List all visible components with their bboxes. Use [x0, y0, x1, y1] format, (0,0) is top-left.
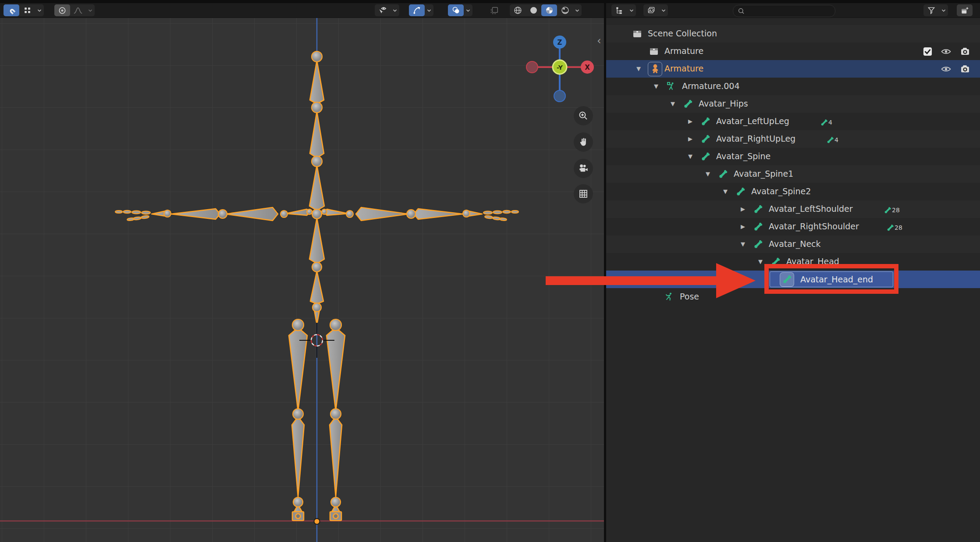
zoom-button[interactable] [574, 106, 593, 125]
filter-button[interactable] [923, 4, 939, 16]
disclosure-down-icon[interactable]: ▼ [666, 100, 679, 107]
proportional-group [54, 4, 95, 16]
outliner-row-avatar-spine1[interactable]: ▼Avatar_Spine1 [606, 165, 980, 183]
armature-data-icon [665, 80, 678, 93]
disclosure-down-icon[interactable]: ▼ [736, 241, 749, 247]
snap-settings-button[interactable] [19, 4, 35, 16]
disclosure-right-icon[interactable]: ▶ [684, 136, 697, 142]
armature-object-icon [648, 62, 662, 76]
object-type-visibility-button[interactable] [375, 4, 391, 16]
outliner-row-avatar-neck[interactable]: ▼Avatar_Neck [606, 235, 980, 253]
outliner-item-label: Avatar_Spine1 [734, 169, 793, 178]
bone-icon [752, 203, 764, 215]
outliner-row-scene-collection[interactable]: Scene Collection [606, 25, 980, 43]
disable-in-renders-toggle[interactable] [959, 63, 972, 75]
object-type-visibility-dropdown[interactable] [391, 4, 399, 16]
outliner-item-label: Avatar_RightUpLeg [716, 134, 795, 143]
disclosure-down-icon[interactable]: ▼ [632, 65, 645, 72]
proportional-falloff-dropdown[interactable] [86, 4, 95, 16]
outliner-item-label: Armature [664, 46, 703, 56]
outliner-row-armature-004[interactable]: ▼Armature.004 [606, 78, 980, 95]
collection-icon [631, 28, 643, 40]
disclosure-down-icon[interactable]: ▼ [701, 171, 714, 177]
outliner-item-label: Avatar_RightShoulder [769, 221, 859, 231]
editor-type-group [611, 4, 636, 16]
bone-icon [752, 238, 764, 250]
bone-icon [752, 221, 764, 233]
disclosure-down-icon[interactable]: ▼ [684, 153, 697, 160]
editor-type-dropdown[interactable] [627, 4, 636, 16]
outliner-item-label: Scene Collection [648, 29, 717, 38]
hide-in-viewport-toggle[interactable] [939, 63, 952, 75]
outliner-row-avatar-hips[interactable]: ▼Avatar_Hips [606, 95, 980, 113]
shading-rendered-button[interactable] [557, 4, 573, 16]
disclosure-down-icon[interactable]: ▼ [719, 188, 732, 195]
outliner-row-avatar-spine[interactable]: ▼Avatar_Spine [606, 148, 980, 165]
outliner-item-label: Pose [680, 292, 699, 301]
editor-type-button[interactable] [611, 4, 627, 16]
pan-button[interactable] [574, 132, 593, 152]
hide-in-viewport-toggle[interactable] [939, 45, 952, 57]
snap-magnet-toggle[interactable] [4, 4, 19, 16]
visibility-group [375, 4, 399, 16]
toggle-xray-button[interactable] [486, 4, 502, 16]
outliner-row-avatar-rightshoulder[interactable]: ▶Avatar_RightShoulder28 [606, 218, 980, 235]
disclosure-right-icon[interactable]: ▶ [736, 223, 749, 230]
outliner-row-avatar-leftshoulder[interactable]: ▶Avatar_LeftShoulder28 [606, 200, 980, 218]
outliner-row-avatar-spine2[interactable]: ▼Avatar_Spine2 [606, 183, 980, 200]
annotation-highlight-box [764, 264, 898, 294]
filter-dropdown[interactable] [939, 4, 948, 16]
snap-settings-dropdown[interactable] [35, 4, 44, 16]
grid-ortho-button[interactable] [574, 184, 593, 203]
outliner-item-label: Avatar_Hips [699, 99, 748, 108]
new-collection-button[interactable] [957, 4, 973, 16]
outliner-item-label: Avatar_Neck [769, 239, 821, 249]
outliner-row-avatar-leftupleg[interactable]: ▶Avatar_LeftUpLeg4 [606, 113, 980, 130]
child-bones-count: 28 [895, 224, 902, 231]
disclosure-right-icon[interactable]: ▶ [736, 206, 749, 212]
bone-icon [682, 98, 694, 110]
overlays-toggle[interactable] [448, 4, 464, 16]
object-origin-dot[interactable] [314, 519, 320, 524]
outliner-item-label: Armature.004 [682, 81, 740, 91]
camera-view-button[interactable] [574, 159, 593, 178]
shading-wireframe-button[interactable] [510, 4, 526, 16]
outliner-item-label: Avatar_LeftShoulder [769, 204, 853, 214]
exclude-checkbox[interactable] [921, 45, 934, 57]
outliner-item-label: Armature [664, 64, 703, 73]
annotation-arrow-shaft [546, 276, 717, 285]
shading-dropdown[interactable] [573, 4, 582, 16]
disclosure-right-icon[interactable]: ▶ [684, 118, 697, 125]
disclosure-down-icon[interactable]: ▼ [650, 83, 663, 89]
collection-icon [648, 45, 660, 57]
gizmo-axis-neg-z[interactable] [554, 90, 565, 102]
bone-icon [699, 133, 712, 145]
display-mode-dropdown[interactable] [659, 4, 668, 16]
search-icon [738, 7, 745, 15]
outliner-row-armature[interactable]: ▼Armature [606, 60, 980, 78]
outliner-item-label: Avatar_Spine [716, 151, 771, 161]
disable-in-renders-toggle[interactable] [959, 45, 972, 57]
snap-group [4, 4, 44, 16]
viewport-3d[interactable]: Z X -Y ‹ [0, 18, 604, 542]
shading-material-preview-button[interactable] [541, 4, 557, 16]
search-input[interactable] [748, 7, 828, 15]
outliner-item-label: Avatar_Spine2 [751, 186, 811, 196]
gizmo-z-label: Z [557, 39, 562, 46]
overlays-dropdown[interactable] [464, 4, 472, 16]
shading-group [510, 4, 582, 16]
proportional-falloff-button[interactable] [70, 4, 86, 16]
outliner-row-armature[interactable]: Armature [606, 43, 980, 60]
bone-icon [699, 150, 712, 163]
gizmo-axis-neg-x[interactable] [526, 61, 538, 73]
outliner-search[interactable] [733, 5, 835, 17]
outliner-row-avatar-rightupleg[interactable]: ▶Avatar_RightUpLeg4 [606, 130, 980, 148]
new-collection-group [957, 4, 973, 16]
gizmos-dropdown[interactable] [425, 4, 433, 16]
display-mode-button[interactable] [643, 4, 659, 16]
gizmos-toggle[interactable] [409, 4, 425, 16]
sidebar-collapse-icon[interactable]: ‹ [597, 36, 601, 46]
shading-solid-button[interactable] [526, 4, 541, 16]
filter-group [923, 4, 948, 16]
proportional-editing-toggle[interactable] [54, 4, 70, 16]
